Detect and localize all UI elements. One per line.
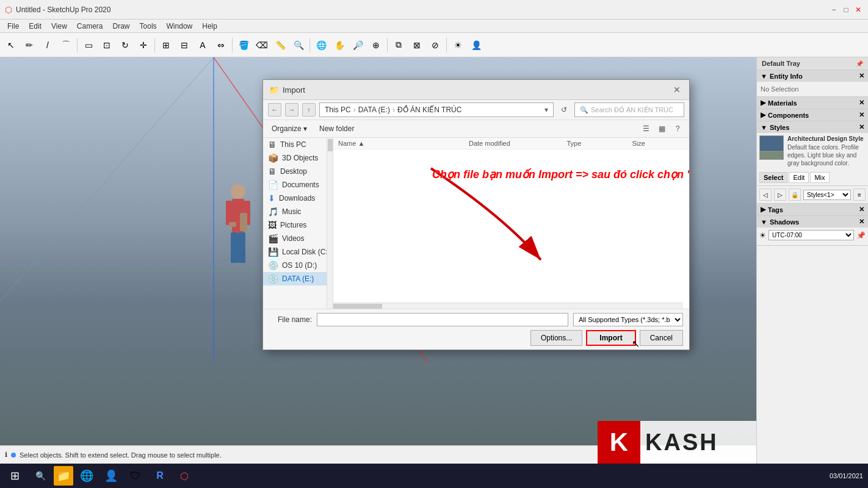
close-entity-icon[interactable]: ✕ bbox=[859, 72, 864, 80]
taskbar-people[interactable]: 👤 bbox=[100, 465, 122, 487]
sidebar-item-3dobjects[interactable]: 📦 3D Objects bbox=[263, 151, 333, 165]
close-materials-icon[interactable]: ✕ bbox=[859, 99, 864, 107]
sidebar-item-documents[interactable]: 📄 Documents bbox=[263, 178, 333, 192]
taskbar-chrome[interactable]: 🌐 bbox=[76, 465, 98, 487]
close-styles-icon[interactable]: ✕ bbox=[859, 123, 864, 131]
view-grid-btn[interactable]: ▦ bbox=[655, 122, 668, 135]
line-tool[interactable]: / bbox=[39, 37, 56, 54]
horizontal-scrollbar[interactable] bbox=[333, 303, 683, 309]
refresh-button[interactable]: ↺ bbox=[557, 103, 571, 117]
view-details-btn[interactable]: ☰ bbox=[639, 122, 653, 135]
search-box[interactable]: 🔍 Search ĐỒ ÁN KIẾN TRÚC bbox=[574, 102, 684, 117]
offset-tool[interactable]: ⊟ bbox=[176, 37, 193, 54]
breadcrumb-thispc[interactable]: This PC bbox=[325, 106, 351, 114]
text-tool[interactable]: A bbox=[194, 37, 211, 54]
sidebar-item-thispc[interactable]: 🖥 This PC bbox=[263, 138, 333, 151]
sidebar-item-datae[interactable]: 💿 DATA (E:) bbox=[263, 272, 333, 285]
organize-button[interactable]: Organize ▾ bbox=[268, 123, 311, 134]
menu-item-camera[interactable]: Camera bbox=[72, 21, 108, 32]
sidebar-item-music[interactable]: 🎵 Music bbox=[263, 205, 333, 218]
entity-info-header[interactable]: ▼ Entity Info ✕ bbox=[757, 70, 868, 82]
tags-section[interactable]: ▶ Tags ✕ bbox=[757, 204, 868, 216]
close-components-icon[interactable]: ✕ bbox=[859, 111, 864, 119]
col-size-header[interactable]: Size bbox=[632, 140, 684, 147]
menu-item-window[interactable]: Window bbox=[162, 21, 198, 32]
style-settings-btn[interactable]: ≡ bbox=[853, 188, 866, 201]
arc-tool[interactable]: ⌒ bbox=[57, 37, 74, 54]
sidebar-item-downloads[interactable]: ⬇ Downloads bbox=[263, 192, 333, 205]
orbit-tool[interactable]: 🌐 bbox=[313, 37, 330, 54]
move-tool[interactable]: ✛ bbox=[135, 37, 152, 54]
maximize-button[interactable]: □ bbox=[841, 5, 851, 15]
lock-style-btn[interactable]: 🔒 bbox=[789, 188, 801, 201]
components-section[interactable]: ▶ Components ✕ bbox=[757, 109, 868, 121]
pin-icon[interactable]: 📌 bbox=[856, 60, 863, 67]
breadcrumb-project[interactable]: ĐỒ ÁN KIẾN TRÚC bbox=[397, 106, 461, 114]
sidebar-scrollbar[interactable] bbox=[327, 138, 333, 309]
tape-tool[interactable]: 📏 bbox=[272, 37, 289, 54]
close-tags-icon[interactable]: ✕ bbox=[859, 206, 864, 214]
menu-item-draw[interactable]: Draw bbox=[108, 21, 135, 32]
nav-up-button[interactable]: ↑ bbox=[302, 103, 316, 117]
filename-input[interactable] bbox=[317, 313, 568, 326]
menu-item-edit[interactable]: Edit bbox=[24, 21, 46, 32]
next-style-btn[interactable]: ▷ bbox=[774, 188, 786, 201]
shadow-pin-icon[interactable]: 📌 bbox=[856, 231, 866, 240]
col-type-header[interactable]: Type bbox=[566, 140, 632, 147]
component-tool[interactable]: ⧉ bbox=[390, 37, 407, 54]
taskbar-search-button[interactable]: 🔍 bbox=[29, 465, 51, 487]
view-help-btn[interactable]: ? bbox=[671, 122, 684, 135]
breadcrumb-dropdown-icon[interactable]: ▾ bbox=[544, 106, 548, 114]
pencil-tool[interactable]: ✏ bbox=[21, 37, 38, 54]
push-tool[interactable]: ⊡ bbox=[98, 37, 115, 54]
options-button[interactable]: Options... bbox=[530, 330, 582, 346]
cancel-button[interactable]: Cancel bbox=[640, 330, 683, 346]
zoom-tool[interactable]: 🔎 bbox=[349, 37, 366, 54]
rect-tool[interactable]: ▭ bbox=[80, 37, 97, 54]
edit-tab[interactable]: Edit bbox=[789, 172, 809, 183]
sidebar-item-desktop[interactable]: 🖥 Desktop bbox=[263, 165, 333, 178]
dialog-close-button[interactable]: ✕ bbox=[671, 84, 683, 96]
eraser-tool[interactable]: ⌫ bbox=[253, 37, 270, 54]
dialog-filelist[interactable]: Name ▲ Date modified Type Size Chọn file… bbox=[333, 138, 689, 309]
menu-item-tools[interactable]: Tools bbox=[135, 21, 162, 32]
utc-select[interactable]: UTC-07:00 bbox=[769, 230, 854, 240]
section-tool[interactable]: ⊘ bbox=[427, 37, 444, 54]
nav-back-button[interactable]: ← bbox=[268, 103, 281, 117]
styles-dropdown[interactable]: Styles<1> bbox=[803, 190, 851, 200]
styles-header[interactable]: ▼ Styles ✕ bbox=[757, 121, 868, 133]
prev-style-btn[interactable]: ◁ bbox=[759, 188, 772, 201]
close-button[interactable]: ✕ bbox=[853, 5, 863, 15]
menu-item-help[interactable]: Help bbox=[197, 21, 222, 32]
menu-item-view[interactable]: View bbox=[46, 21, 72, 32]
sidebar-item-localc[interactable]: 💾 Local Disk (C:) bbox=[263, 245, 333, 259]
breadcrumb[interactable]: This PC › DATA (E:) › ĐỒ ÁN KIẾN TRÚC ▾ bbox=[319, 102, 554, 117]
title-bar-controls[interactable]: − □ ✕ bbox=[829, 5, 863, 15]
paint-tool[interactable]: 🪣 bbox=[235, 37, 252, 54]
horizontal-scrollbar-thumb[interactable] bbox=[333, 304, 382, 309]
minimize-button[interactable]: − bbox=[829, 5, 839, 15]
col-date-header[interactable]: Date modified bbox=[469, 140, 566, 147]
sidebar-item-osd[interactable]: 💿 OS 10 (D:) bbox=[263, 259, 333, 272]
sidebar-scrollbar-thumb[interactable] bbox=[328, 139, 333, 151]
taskbar-rstudio[interactable]: R bbox=[149, 465, 171, 487]
shadow-tool[interactable]: ☀ bbox=[449, 37, 466, 54]
taskbar-sketchup[interactable]: ⬡ bbox=[173, 465, 195, 487]
profile-btn[interactable]: 👤 bbox=[468, 37, 485, 54]
start-button[interactable]: ⊞ bbox=[0, 464, 29, 488]
breadcrumb-data[interactable]: DATA (E:) bbox=[358, 106, 390, 114]
menu-item-file[interactable]: File bbox=[2, 21, 24, 32]
sidebar-item-pictures[interactable]: 🖼 Pictures bbox=[263, 218, 333, 232]
nav-forward-button[interactable]: → bbox=[285, 103, 298, 117]
shadows-header[interactable]: ▼ Shadows ✕ bbox=[757, 216, 868, 228]
zoomfit-tool[interactable]: ⊕ bbox=[367, 37, 385, 54]
import-button[interactable]: Import bbox=[586, 330, 635, 346]
select-tool[interactable]: ↖ bbox=[2, 37, 20, 54]
scale-tool[interactable]: ⊞ bbox=[157, 37, 175, 54]
taskbar-file-explorer[interactable]: 📁 bbox=[54, 466, 73, 486]
rotate-tool[interactable]: ↻ bbox=[117, 37, 134, 54]
materials-section[interactable]: ▶ Materials ✕ bbox=[757, 97, 868, 109]
magnify-tool[interactable]: 🔍 bbox=[290, 37, 307, 54]
filetype-select[interactable]: All Supported Types (*.3ds; *.bn bbox=[573, 313, 683, 326]
pan-tool[interactable]: ✋ bbox=[331, 37, 348, 54]
